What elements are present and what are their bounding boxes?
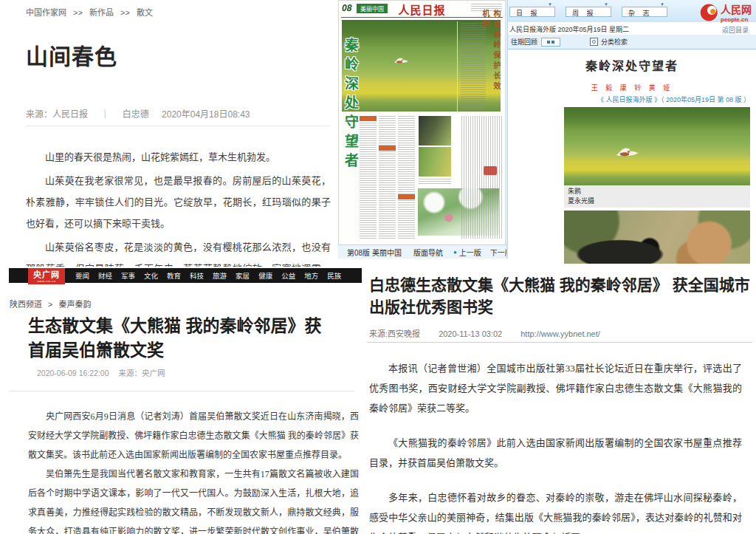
breadcrumb-separator: >> bbox=[120, 8, 130, 17]
photo-caption: 朱鹮 夏永光摄 bbox=[564, 185, 750, 208]
divider bbox=[26, 126, 330, 126]
history-label[interactable]: 往期回顾 bbox=[511, 37, 537, 47]
header-rule bbox=[341, 17, 503, 18]
menu-item[interactable]: 家居 bbox=[236, 270, 250, 281]
nav-menu: 要闻 财经 军事 文化 教育 科技 旅游 家居 健康 公益 地方 民族 bbox=[75, 270, 341, 281]
meta-url-link[interactable]: http://www.yybnet.net/ bbox=[520, 329, 600, 338]
crested-ibis-icon bbox=[613, 144, 641, 160]
page-number: 08 bbox=[342, 3, 351, 13]
menu-item[interactable]: 旅游 bbox=[213, 270, 227, 281]
caption-title: 朱鹮 bbox=[568, 187, 750, 196]
divider bbox=[367, 342, 752, 343]
epaper-header: 日 报 ▼ 周 报 ▼ 杂 志 ▼ 人民网 people.cn bbox=[508, 0, 756, 22]
subhead-bar bbox=[379, 146, 396, 151]
edition-date-line: 人民日报海外版 2020年05月19日 星期二 bbox=[509, 24, 629, 34]
article-body: 山里的春天很是热闹，山花姹紫嫣红，草木生机勃发。 山茱萸在我老家很常见，也是最早… bbox=[26, 146, 331, 267]
peoplecn-epaper-panel: 日 报 ▼ 周 报 ▼ 杂 志 ▼ 人民网 people.cn 人民日报海外版 … bbox=[508, 0, 756, 264]
ibis-field-photo bbox=[564, 107, 750, 185]
article-headline: 秦岭深处守望者 bbox=[508, 56, 756, 74]
epaper-scan-panel: 08 美丽中国 人民日报 秦岭深处守望者 构建秦岭保护长效机制 bbox=[338, 0, 508, 259]
page-map-link[interactable]: 版面导航 bbox=[413, 247, 443, 258]
prev-page-link[interactable]: 上一版 bbox=[459, 247, 481, 258]
panda-photo bbox=[419, 116, 451, 146]
menu-item[interactable]: 地方 bbox=[304, 270, 318, 281]
meta-author: 白忠德 bbox=[123, 109, 149, 120]
date-picker-control[interactable] bbox=[541, 38, 560, 47]
paragraph: 山里的春天很是热闹，山花姹紫嫣红，草木生机勃发。 bbox=[26, 146, 331, 168]
breadcrumb: 中国作家网 >> 新作品 >> 散文 bbox=[26, 6, 157, 18]
menu-item[interactable]: 财经 bbox=[98, 270, 112, 281]
side-article-text bbox=[461, 116, 503, 239]
current-page-label: 第08版 美丽中国 bbox=[347, 247, 402, 258]
menu-item[interactable]: 要闻 bbox=[75, 270, 89, 281]
paragraph: 本报讯（记者曾世湘）全国城市出版社第33届社长论坛近日在重庆举行，评选出了优秀图… bbox=[369, 358, 742, 418]
breadcrumb-separator: >> bbox=[73, 8, 83, 17]
divider bbox=[9, 391, 354, 391]
logo-domain: people.cn bbox=[721, 16, 752, 23]
menu-item[interactable]: 科技 bbox=[190, 270, 204, 281]
peoplecn-logo[interactable]: 人民网 people.cn bbox=[700, 1, 752, 23]
paragraph: 山茱萸俗名枣皮，花是淡淡的黄色，没有樱桃花那么浓烈，也没有那股药香，但它是味药。… bbox=[26, 236, 331, 267]
search-icon[interactable] bbox=[590, 38, 598, 46]
logo-name: 人民网 bbox=[721, 1, 752, 16]
dropdown-arrow-icon: ▼ bbox=[548, 2, 555, 7]
text-column bbox=[360, 116, 377, 240]
side-vertical-headline: 构建秦岭保护长效机制 bbox=[480, 10, 502, 98]
paragraph: 央广网西安6月9日消息（记者刘涛）首届吴伯箫散文奖近日在山东济南揭晓，西安财经大… bbox=[28, 407, 359, 465]
article-headline: 白忠德生态散文集《大熊猫 我的秦岭邻居》 获全国城市出版社优秀图书奖 bbox=[369, 274, 752, 318]
paragraph: 多年来，白忠德怀着对故乡的眷恋、对秦岭的崇敬，游走在佛坪山水间探秘秦岭，感受中华… bbox=[369, 487, 742, 534]
cnr-nav-bar: 央广网 www.cnr.cn 要闻 财经 军事 文化 教育 科技 旅游 家居 健… bbox=[9, 268, 362, 283]
tab-label: 日 报 bbox=[516, 10, 540, 17]
tab-magazine[interactable]: 杂 志 ▼ bbox=[622, 7, 667, 17]
caption-credit: 夏永光摄 bbox=[568, 196, 750, 206]
xian-evening-news-panel: 白忠德生态散文集《大熊猫 我的秦岭邻居》 获全国城市出版社优秀图书奖 来源:西安… bbox=[365, 268, 756, 534]
meta-source: 来源：央广网 bbox=[118, 369, 165, 377]
breadcrumb-section-link[interactable]: 新作品 bbox=[89, 8, 114, 17]
source-edition-line: 《 人民日报海外版 》（ 2020年05月19日 第 08 版 ） bbox=[597, 95, 750, 104]
breadcrumb-channel-link[interactable]: 陕西频道 bbox=[10, 300, 42, 309]
article-byline: 王 毅 康 铃 黄 娅 bbox=[508, 83, 756, 92]
field-work-photo bbox=[419, 147, 451, 177]
breadcrumb-separator: > bbox=[48, 300, 52, 309]
dropdown-arrow-icon: ▼ bbox=[660, 2, 667, 7]
article-body: 央广网西安6月9日消息（记者刘涛）首届吴伯箫散文奖近日在山东济南揭晓，西安财经大… bbox=[28, 407, 359, 534]
column-logo-mark bbox=[484, 166, 497, 175]
tab-weekly[interactable]: 周 报 ▼ bbox=[566, 7, 611, 17]
masthead-logo: 人民日报 bbox=[398, 1, 445, 17]
text-column bbox=[379, 116, 396, 240]
menu-item[interactable]: 民族 bbox=[327, 270, 341, 281]
breadcrumb-current[interactable]: 秦声秦韵 bbox=[59, 300, 92, 309]
logo-url: www.cnr.cn bbox=[33, 280, 60, 283]
menu-item[interactable]: 教育 bbox=[167, 270, 181, 281]
article-meta: 来源:西安晚报 2020-11-13 03:02 http://www.yybn… bbox=[369, 327, 616, 339]
cnr-logo[interactable]: 央广网 www.cnr.cn bbox=[28, 268, 65, 284]
article-meta: 2020-06-09 16:22:00 来源：央广网 bbox=[37, 367, 172, 378]
meta-date: 2020-06-09 16:22:00 bbox=[37, 369, 109, 377]
breadcrumb-home-link[interactable]: 中国作家网 bbox=[26, 8, 66, 17]
menu-item[interactable]: 健康 bbox=[258, 270, 272, 281]
subhead-bar bbox=[398, 194, 415, 199]
paragraph: 山茱萸在我老家很常见，也是最早报春的。房前屋后的山茱萸花，朴素雅静，牢牢锁住人们… bbox=[26, 170, 331, 234]
writersnet-article-panel: 中国作家网 >> 新作品 >> 散文 山间春色 来源：人民日报 ｜ 白忠德 20… bbox=[0, 0, 337, 267]
article-headline: 生态散文集《大熊猫 我的秦岭邻居》获首届吴伯箫散文奖 bbox=[28, 314, 338, 363]
tab-daily[interactable]: 日 报 ▼ bbox=[509, 7, 555, 17]
monkey-photographer-photo bbox=[564, 210, 750, 264]
category-search-link[interactable]: 分类检索 bbox=[601, 37, 628, 47]
text-column bbox=[398, 116, 415, 240]
epaper-nav-bar: 第08版 美丽中国 版面导航 ● 上一版 下一版 bbox=[338, 244, 506, 259]
meta-source: 来源:西安晚报 bbox=[369, 329, 420, 338]
tab-label: 周 报 bbox=[572, 10, 597, 17]
menu-item[interactable]: 公益 bbox=[281, 270, 295, 281]
next-page-link[interactable]: 下一版 bbox=[490, 247, 508, 258]
subhead-bar bbox=[360, 116, 377, 121]
section-label: 美丽中国 bbox=[357, 4, 388, 13]
paragraph: 《大熊猫我的秦岭邻居》此前入选由国家新闻出版署编制的全国农家书屋重点推荐目录，并… bbox=[369, 433, 742, 473]
paragraph: 吴伯箫先生是我国当代著名散文家和教育家，一生共有17篇散文名篇被收入建国后各个时… bbox=[28, 465, 359, 534]
meta-separator: ｜ bbox=[100, 109, 109, 120]
breadcrumb-current[interactable]: 散文 bbox=[137, 8, 153, 17]
logo-name: 央广网 bbox=[33, 270, 60, 279]
menu-item[interactable]: 文化 bbox=[144, 270, 158, 281]
epaper-toolbar: 往期回顾 分类检索 bbox=[508, 34, 756, 49]
crested-ibis-icon bbox=[392, 55, 410, 66]
menu-item[interactable]: 军事 bbox=[121, 270, 135, 281]
